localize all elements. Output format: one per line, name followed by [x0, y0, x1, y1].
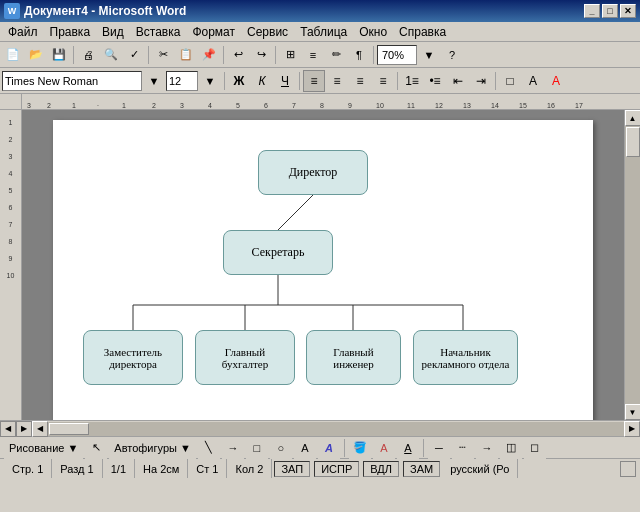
ruler: 3 2 1 · 1 2 3 4 5 6 7 8 9 10 11 12 13 14… [0, 94, 640, 110]
menu-file[interactable]: Файл [2, 23, 44, 41]
scroll-right-button[interactable]: ▶ [624, 421, 640, 437]
menu-window[interactable]: Окно [353, 23, 393, 41]
font-color-button[interactable]: A [545, 70, 567, 92]
document-page: Директор Секретарь Заместительдиректора … [53, 120, 593, 420]
zoom-box[interactable]: 70% [377, 45, 417, 65]
textbox-tool[interactable]: A [294, 437, 316, 459]
print-preview-button[interactable]: 🔍 [100, 44, 122, 66]
shadow-button[interactable]: ◫ [500, 437, 522, 459]
menu-insert[interactable]: Вставка [130, 23, 187, 41]
scroll-down-button[interactable]: ▼ [625, 404, 641, 420]
bullets-button[interactable]: •≡ [424, 70, 446, 92]
font-dropdown[interactable]: ▼ [143, 70, 165, 92]
3d-button[interactable]: ◻ [524, 437, 546, 459]
menu-table[interactable]: Таблица [294, 23, 353, 41]
decrease-indent-button[interactable]: ⇤ [447, 70, 469, 92]
cursor-button[interactable]: ↖ [85, 437, 107, 459]
status-line: Ст 1 [188, 459, 227, 478]
scroll-left-button[interactable]: ◀ [32, 421, 48, 437]
spellcheck-button[interactable]: ✓ [123, 44, 145, 66]
scroll-thumb-v[interactable] [626, 127, 640, 157]
status-lang: русский (Ро [442, 459, 518, 478]
left-margin-ruler: 1 2 3 4 5 6 7 8 9 10 [0, 110, 22, 420]
show-hide-button[interactable]: ¶ [348, 44, 370, 66]
save-button[interactable]: 💾 [48, 44, 70, 66]
menu-edit[interactable]: Правка [44, 23, 97, 41]
fmt-sep-3 [397, 72, 398, 90]
underline-button[interactable]: Ч [274, 70, 296, 92]
title-bar-left: W Документ4 - Microsoft Word [4, 3, 186, 19]
line-color-button[interactable]: A [373, 437, 395, 459]
print-button[interactable]: 🖨 [77, 44, 99, 66]
new-button[interactable]: 📄 [2, 44, 24, 66]
scroll-track-h[interactable] [48, 422, 624, 436]
italic-button[interactable]: К [251, 70, 273, 92]
scroll-track-v[interactable] [625, 126, 640, 404]
oval-tool[interactable]: ○ [270, 437, 292, 459]
drawing-menu-button[interactable]: Рисование ▼ [4, 437, 83, 459]
line-style-button[interactable]: ─ [428, 437, 450, 459]
rect-tool[interactable]: □ [246, 437, 268, 459]
scroll-up-button[interactable]: ▲ [625, 110, 641, 126]
redo-button[interactable]: ↪ [250, 44, 272, 66]
open-button[interactable]: 📂 [25, 44, 47, 66]
fill-color-button[interactable]: 🪣 [349, 437, 371, 459]
separator-1 [73, 46, 74, 64]
menu-bar: Файл Правка Вид Вставка Формат Сервис Та… [0, 22, 640, 42]
align-justify-button[interactable]: ≡ [372, 70, 394, 92]
align-left-button[interactable]: ≡ [303, 70, 325, 92]
undo-button[interactable]: ↩ [227, 44, 249, 66]
status-ovr: ЗАМ [403, 461, 440, 477]
maximize-button[interactable]: □ [602, 4, 618, 18]
menu-view[interactable]: Вид [96, 23, 130, 41]
status-section: Разд 1 [52, 459, 102, 478]
fmt-sep-1 [224, 72, 225, 90]
border-button[interactable]: □ [499, 70, 521, 92]
zoom-dropdown[interactable]: ▼ [418, 44, 440, 66]
org-node-secretary: Секретарь [223, 230, 333, 275]
autoshapes-button[interactable]: Автофигуры ▼ [109, 437, 196, 459]
menu-help[interactable]: Справка [393, 23, 452, 41]
wordart-tool[interactable]: A [318, 437, 340, 459]
align-center-button[interactable]: ≡ [326, 70, 348, 92]
status-rec: ЗАП [274, 461, 310, 477]
separator-5 [373, 46, 374, 64]
copy-button[interactable]: 📋 [175, 44, 197, 66]
font-size-selector[interactable]: 12 [166, 71, 198, 91]
org-chart: Директор Секретарь Заместительдиректора … [73, 140, 573, 420]
align-right-button[interactable]: ≡ [349, 70, 371, 92]
cut-button[interactable]: ✂ [152, 44, 174, 66]
size-dropdown[interactable]: ▼ [199, 70, 221, 92]
help-button[interactable]: ? [441, 44, 463, 66]
org-node-director: Директор [258, 150, 368, 195]
horizontal-scrollbar[interactable]: ◀ ▶ [32, 421, 640, 436]
page-next-button[interactable]: ▶ [16, 421, 32, 437]
status-bar: Стр. 1 Разд 1 1/1 На 2см Ст 1 Кол 2 ЗАП … [0, 458, 640, 478]
dash-style-button[interactable]: ┄ [452, 437, 474, 459]
menu-tools[interactable]: Сервис [241, 23, 294, 41]
close-button[interactable]: ✕ [620, 4, 636, 18]
minimize-button[interactable]: _ [584, 4, 600, 18]
arrow-style-button[interactable]: → [476, 437, 498, 459]
line-tool[interactable]: ╲ [198, 437, 220, 459]
drawing-toolbar: Рисование ▼ ↖ Автофигуры ▼ ╲ → □ ○ A A 🪣… [0, 436, 640, 458]
fmt-sep-2 [299, 72, 300, 90]
status-col: Кол 2 [227, 459, 272, 478]
separator-3 [223, 46, 224, 64]
highlight-button[interactable]: A [522, 70, 544, 92]
increase-indent-button[interactable]: ⇥ [470, 70, 492, 92]
font-color-button2[interactable]: A [397, 437, 419, 459]
menu-format[interactable]: Формат [186, 23, 241, 41]
org-node-deputy: Заместительдиректора [83, 330, 183, 385]
ruler-corner [0, 94, 22, 110]
numbering-button[interactable]: 1≡ [401, 70, 423, 92]
columns-button[interactable]: ≡ [302, 44, 324, 66]
arrow-tool[interactable]: → [222, 437, 244, 459]
table-button[interactable]: ⊞ [279, 44, 301, 66]
scroll-thumb-h[interactable] [49, 423, 89, 435]
bold-button[interactable]: Ж [228, 70, 250, 92]
drawing-button[interactable]: ✏ [325, 44, 347, 66]
page-prev-button[interactable]: ◀ [0, 421, 16, 437]
paste-button[interactable]: 📌 [198, 44, 220, 66]
font-selector[interactable]: Times New Roman [2, 71, 142, 91]
